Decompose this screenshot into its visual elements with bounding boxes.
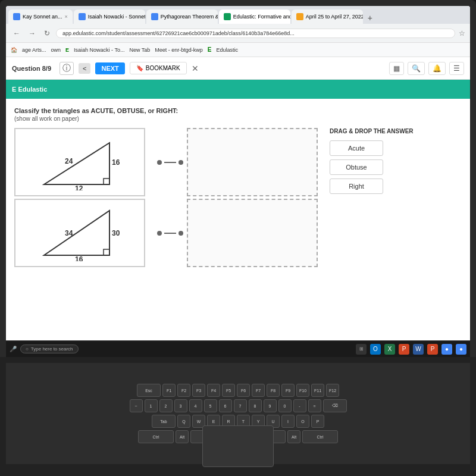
key-2[interactable]: 2 bbox=[159, 399, 173, 412]
dot-2b bbox=[178, 231, 183, 236]
key-backspace[interactable]: ⌫ bbox=[323, 399, 347, 412]
key-tilde[interactable]: ~ bbox=[130, 399, 143, 412]
key-alt-r[interactable]: Alt bbox=[287, 430, 300, 443]
key-f12[interactable]: F12 bbox=[326, 384, 339, 397]
taskbar-icon-monitor[interactable]: ⊞ bbox=[356, 344, 367, 355]
key-ctrl-r[interactable]: Ctrl bbox=[302, 430, 338, 443]
taskbar-icon-word[interactable]: W bbox=[413, 344, 424, 355]
key-ctrl[interactable]: Ctrl bbox=[138, 430, 174, 443]
taskbar-icon-chrome[interactable]: ● bbox=[441, 344, 452, 355]
key-f11[interactable]: F11 bbox=[311, 384, 324, 397]
close-button[interactable]: ✕ bbox=[192, 64, 199, 73]
key-tab[interactable]: Tab bbox=[152, 415, 176, 428]
svg-text:16: 16 bbox=[75, 255, 83, 261]
key-f6[interactable]: F6 bbox=[237, 384, 250, 397]
new-tab-button[interactable]: + bbox=[364, 12, 376, 24]
bookmark-1[interactable]: age Arts... bbox=[22, 47, 46, 53]
svg-text:24: 24 bbox=[65, 157, 73, 165]
key-8[interactable]: 8 bbox=[249, 399, 262, 412]
triangles-column: 24 16 12 34 30 16 bbox=[14, 128, 145, 267]
key-o[interactable]: O bbox=[296, 415, 309, 428]
bookmark-5[interactable]: Meet - enr-btgd-kwp bbox=[155, 47, 203, 53]
next-button[interactable]: NEXT bbox=[95, 62, 124, 74]
tab-3[interactable]: Pythagorean Theorem &... × bbox=[146, 10, 218, 24]
bookmark-6-icon: E bbox=[208, 46, 212, 53]
bookmarks-bar: 🏠 age Arts... own E Isaiah Nowacki - To.… bbox=[6, 43, 470, 57]
drag-drop-label: DRAG & DROP THE ANSWER bbox=[330, 128, 414, 134]
key-p[interactable]: P bbox=[311, 415, 324, 428]
trackpad[interactable] bbox=[202, 425, 274, 467]
star-icon[interactable]: ☆ bbox=[459, 29, 465, 37]
prev-button[interactable]: < bbox=[79, 63, 90, 74]
key-f9[interactable]: F9 bbox=[281, 384, 295, 397]
key-minus[interactable]: - bbox=[293, 399, 306, 412]
key-i[interactable]: I bbox=[281, 415, 295, 428]
edulastic-bar: E Edulastic bbox=[6, 80, 470, 99]
tab-1[interactable]: Kay Sonnet an... × bbox=[8, 10, 73, 24]
key-5[interactable]: 5 bbox=[204, 399, 217, 412]
taskbar-icon-ppt2[interactable]: P bbox=[427, 344, 438, 355]
taskbar-icon-ppt[interactable]: P bbox=[399, 344, 409, 355]
answer-column: DRAG & DROP THE ANSWER Acute Obtuse Righ… bbox=[330, 128, 414, 194]
key-q[interactable]: Q bbox=[177, 415, 190, 428]
refresh-button[interactable]: ↻ bbox=[42, 28, 52, 39]
taskbar-search[interactable]: ○ Type here to search bbox=[20, 345, 79, 353]
key-alt[interactable]: Alt bbox=[176, 430, 189, 443]
tool-icons: ▦ 🔍 🔔 ☰ bbox=[389, 62, 464, 75]
drop-zone-1[interactable] bbox=[187, 128, 318, 196]
tab-close-1[interactable]: × bbox=[65, 14, 68, 20]
answer-obtuse[interactable]: Obtuse bbox=[330, 159, 383, 175]
key-f2[interactable]: F2 bbox=[177, 384, 190, 397]
taskbar-icon-outlook[interactable]: O bbox=[370, 344, 381, 355]
triangle-2-svg: 34 30 16 bbox=[32, 205, 127, 261]
key-f5[interactable]: F5 bbox=[222, 384, 235, 397]
bookmark-button[interactable]: 🔖 BOOKMARK bbox=[130, 62, 187, 74]
bookmark-4[interactable]: New Tab bbox=[129, 47, 150, 53]
answer-acute[interactable]: Acute bbox=[330, 140, 383, 156]
tab-5[interactable]: April 25 to April 27, 2022 × bbox=[292, 10, 363, 24]
triangle-1-svg: 24 16 12 bbox=[32, 134, 127, 190]
bookmark-6[interactable]: Edulastic bbox=[217, 47, 239, 53]
bookmark-3[interactable]: Isaiah Nowacki - To... bbox=[74, 47, 124, 53]
taskbar-icon-chrome2[interactable]: ● bbox=[456, 344, 466, 355]
key-0[interactable]: 0 bbox=[278, 399, 292, 412]
key-1[interactable]: 1 bbox=[145, 399, 158, 412]
key-f1[interactable]: F1 bbox=[162, 384, 176, 397]
svg-rect-1 bbox=[104, 178, 109, 184]
dot-1a bbox=[157, 160, 162, 165]
key-f10[interactable]: F10 bbox=[296, 384, 309, 397]
back-button[interactable]: ← bbox=[11, 28, 23, 39]
taskbar-icon-excel[interactable]: X bbox=[384, 344, 395, 355]
screen: Kay Sonnet an... × Isaiah Nowacki - Sonn… bbox=[6, 6, 470, 351]
key-f3[interactable]: F3 bbox=[192, 384, 205, 397]
tab-4[interactable]: Edulastic: Formative and... × bbox=[219, 10, 290, 24]
svg-text:30: 30 bbox=[112, 229, 120, 237]
search-icon: ○ bbox=[26, 346, 29, 352]
key-4[interactable]: 4 bbox=[189, 399, 202, 412]
tool-grid-icon[interactable]: ▦ bbox=[389, 62, 404, 75]
bookmark-label: BOOKMARK bbox=[146, 65, 180, 71]
tab-2[interactable]: Isaiah Nowacki - Sonnet × bbox=[74, 10, 145, 24]
answer-right[interactable]: Right bbox=[330, 178, 383, 194]
tab-label-4: Edulastic: Formative and... bbox=[233, 14, 290, 20]
key-equals[interactable]: = bbox=[308, 399, 321, 412]
key-f8[interactable]: F8 bbox=[267, 384, 280, 397]
key-9[interactable]: 9 bbox=[264, 399, 277, 412]
key-3[interactable]: 3 bbox=[174, 399, 187, 412]
edulastic-logo: E Edulastic bbox=[12, 86, 47, 93]
key-esc[interactable]: Esc bbox=[137, 384, 161, 397]
drop-zone-2[interactable] bbox=[187, 199, 318, 267]
forward-button[interactable]: → bbox=[26, 28, 38, 39]
laptop-keyboard: Esc F1 F2 F3 F4 F5 F6 F7 F8 F9 F10 F11 F… bbox=[0, 357, 476, 476]
tool-search-icon[interactable]: 🔍 bbox=[408, 62, 425, 75]
tool-menu-icon[interactable]: ☰ bbox=[449, 62, 464, 75]
key-7[interactable]: 7 bbox=[234, 399, 247, 412]
address-field[interactable]: app.edulastic.com/student/assessment/627… bbox=[56, 29, 455, 38]
bookmark-2[interactable]: own bbox=[51, 47, 61, 53]
info-icon[interactable]: ⓘ bbox=[60, 62, 74, 75]
key-6[interactable]: 6 bbox=[219, 399, 232, 412]
key-f4[interactable]: F4 bbox=[207, 384, 220, 397]
key-f7[interactable]: F7 bbox=[252, 384, 265, 397]
tool-bell-icon[interactable]: 🔔 bbox=[428, 62, 446, 75]
bookmark-edulastic-icon: E bbox=[65, 47, 69, 53]
